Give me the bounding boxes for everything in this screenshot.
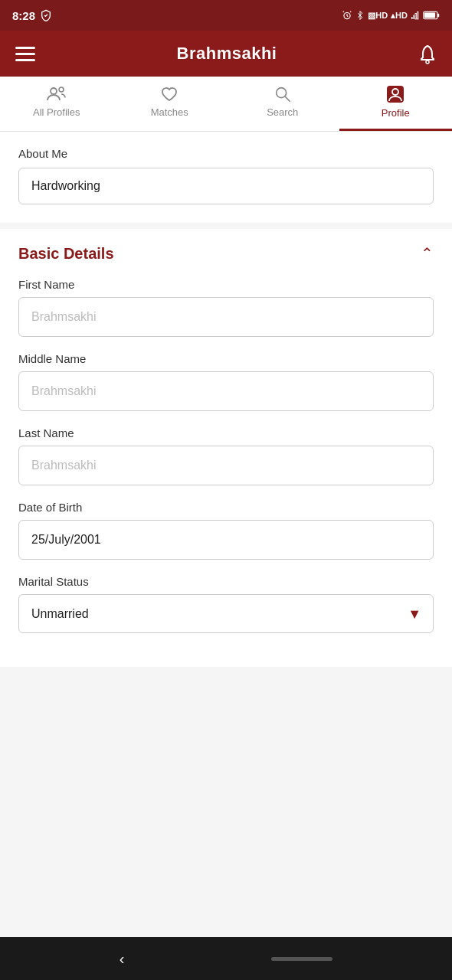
all-profiles-icon	[46, 84, 67, 103]
collapse-chevron-icon[interactable]: ⌃	[421, 244, 434, 263]
status-bar-left: 8:28	[12, 9, 52, 22]
shield-icon	[40, 9, 52, 21]
first-name-label: First Name	[18, 278, 434, 291]
dob-label: Date of Birth	[18, 501, 434, 514]
about-me-label: About Me	[18, 147, 434, 160]
wifi-hd-label: ▧HD	[368, 11, 388, 21]
tab-all-profiles[interactable]: All Profiles	[0, 77, 113, 131]
middle-name-input[interactable]	[18, 371, 434, 411]
search-icon	[273, 84, 293, 103]
basic-details-title: Basic Details	[18, 245, 114, 263]
middle-name-label: Middle Name	[18, 352, 434, 365]
tab-profile-label: Profile	[382, 107, 410, 119]
svg-rect-3	[411, 17, 413, 19]
signal-icon	[411, 10, 420, 21]
back-button[interactable]: ‹	[120, 950, 125, 968]
bluetooth-icon	[355, 10, 365, 21]
svg-rect-8	[424, 12, 435, 18]
tab-search-label: Search	[267, 106, 298, 118]
profile-icon	[385, 84, 405, 104]
bottom-nav-bar: ‹	[0, 937, 452, 980]
svg-rect-9	[437, 14, 439, 18]
tab-matches[interactable]: Matches	[113, 77, 227, 131]
tab-profile[interactable]: Profile	[339, 77, 453, 131]
svg-point-14	[51, 88, 57, 94]
first-name-group: First Name	[18, 278, 434, 337]
svg-rect-10	[15, 47, 35, 49]
basic-details-header: Basic Details ⌃	[18, 244, 434, 263]
about-me-input[interactable]	[18, 168, 434, 204]
hamburger-menu-button[interactable]	[15, 44, 35, 64]
svg-rect-12	[15, 59, 35, 61]
svg-rect-6	[418, 12, 419, 20]
tab-matches-label: Matches	[151, 106, 188, 118]
marital-status-select[interactable]: Unmarried Married Divorced Widowed	[18, 594, 434, 633]
about-me-section: About Me	[0, 132, 452, 223]
alarm-icon	[342, 10, 352, 21]
svg-line-17	[285, 96, 290, 101]
notification-bell-button[interactable]	[418, 43, 437, 64]
status-time: 8:28	[12, 9, 35, 22]
app-title: Brahmsakhi	[177, 44, 277, 64]
tab-all-profiles-label: All Profiles	[33, 106, 80, 118]
marital-status-group: Marital Status Unmarried Married Divorce…	[18, 575, 434, 633]
dob-group: Date of Birth	[18, 501, 434, 560]
svg-rect-11	[15, 53, 35, 55]
matches-icon	[159, 84, 179, 103]
middle-name-group: Middle Name	[18, 352, 434, 411]
svg-line-1	[343, 11, 344, 12]
marital-status-label: Marital Status	[18, 575, 434, 588]
svg-rect-4	[414, 15, 415, 20]
main-content: About Me Basic Details ⌃ First Name Midd…	[0, 132, 452, 937]
home-indicator	[271, 957, 332, 961]
status-bar-right: ▧HD ▴HD	[342, 10, 440, 21]
signal-hd-label: ▴HD	[391, 11, 408, 21]
svg-line-2	[350, 11, 351, 12]
marital-status-wrapper: Unmarried Married Divorced Widowed ▼	[18, 594, 434, 633]
dob-input[interactable]	[18, 520, 434, 560]
first-name-input[interactable]	[18, 297, 434, 337]
last-name-group: Last Name	[18, 426, 434, 485]
last-name-label: Last Name	[18, 426, 434, 439]
svg-point-13	[426, 60, 429, 64]
svg-rect-5	[415, 14, 417, 20]
last-name-input[interactable]	[18, 446, 434, 485]
svg-point-15	[59, 87, 64, 92]
status-bar: 8:28 ▧HD ▴HD	[0, 0, 452, 31]
tab-search[interactable]: Search	[226, 77, 339, 131]
tab-bar: All Profiles Matches Search Prof	[0, 77, 452, 132]
battery-icon	[423, 11, 440, 20]
basic-details-section: Basic Details ⌃ First Name Middle Name L…	[0, 229, 452, 667]
top-nav: Brahmsakhi	[0, 31, 452, 77]
